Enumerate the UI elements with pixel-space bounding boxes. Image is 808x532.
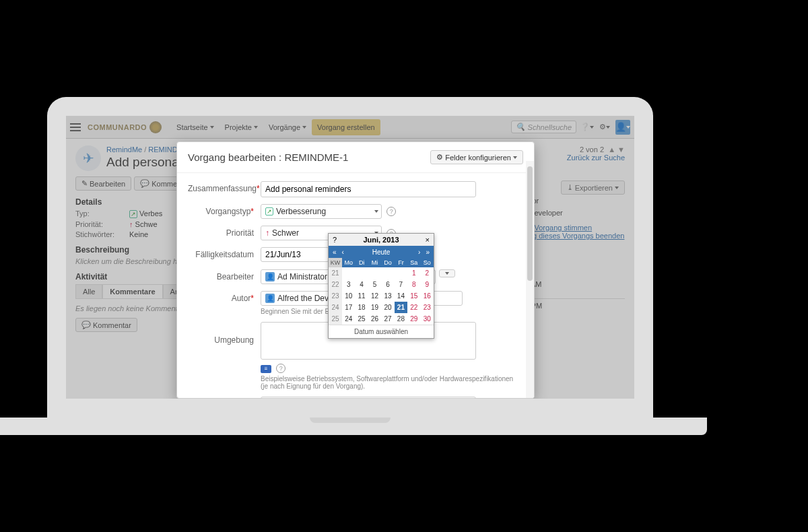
calendar-day[interactable]: 8 (407, 279, 420, 290)
calendar-day (355, 267, 368, 279)
calendar-week-row: 2417181920212223 (329, 302, 434, 313)
calendar-day[interactable]: 12 (368, 290, 381, 302)
scrollbar-thumb[interactable] (527, 166, 533, 281)
week-number: 25 (329, 313, 342, 325)
environment-help-text: Beispielsweise Betriebssystem, Softwarep… (261, 375, 516, 390)
calendar-day[interactable]: 18 (355, 302, 368, 313)
user-icon: 👤 (265, 272, 275, 281)
calendar-day[interactable]: 13 (381, 290, 394, 302)
calendar-week-row: 223456789 (329, 279, 434, 290)
calendar-day[interactable]: 16 (421, 290, 434, 302)
calendar-day (368, 267, 381, 279)
calendar-day[interactable]: 10 (342, 290, 355, 302)
dialog-scrollbar[interactable] (526, 161, 534, 398)
week-number: 24 (329, 302, 342, 313)
improvement-icon: ↗ (265, 207, 273, 215)
calendar-day[interactable]: 26 (368, 313, 381, 325)
calendar-week-row: 2112 (329, 267, 434, 279)
cal-next-month-icon[interactable]: › (417, 248, 422, 256)
calendar-day[interactable]: 17 (342, 302, 355, 313)
calendar-week-row: 2310111213141516 (329, 290, 434, 302)
calendar-title-row: ? Juni, 2013 × (329, 234, 434, 246)
today-button[interactable]: Heute (372, 248, 391, 256)
calendar-day[interactable]: 6 (381, 279, 394, 290)
wiki-markup-icon[interactable]: ≡ (261, 365, 271, 373)
calendar-day[interactable]: 24 (342, 313, 355, 325)
cal-next-year-icon[interactable]: » (424, 248, 431, 256)
calendar-day[interactable]: 2 (421, 267, 434, 279)
calendar-day[interactable]: 15 (407, 290, 420, 302)
calendar-day[interactable]: 7 (395, 279, 407, 290)
calendar-day[interactable]: 5 (368, 279, 381, 290)
calendar-day[interactable]: 21 (395, 302, 407, 313)
calendar-week-row: 2524252627282930 (329, 313, 434, 325)
calendar-day[interactable]: 3 (342, 279, 355, 290)
calendar-day[interactable]: 22 (407, 302, 420, 313)
date-picker: ? Juni, 2013 × «‹ Heute ›» KW MoDiMiDoFr… (328, 233, 434, 339)
calendar-day[interactable]: 4 (355, 279, 368, 290)
calendar-close-icon[interactable]: × (426, 236, 430, 244)
calendar-day[interactable]: 28 (395, 313, 407, 325)
calendar-nav-row: «‹ Heute ›» (329, 246, 434, 258)
calendar-dow-row: KW MoDiMiDoFrSaSo (329, 258, 434, 267)
calendar-day[interactable]: 19 (368, 302, 381, 313)
user-icon: 👤 (265, 294, 275, 303)
gear-icon: ⚙ (436, 153, 443, 162)
priority-icon: ↑ (265, 228, 269, 238)
calendar-day[interactable]: 9 (421, 279, 434, 290)
assignee-dropdown-button[interactable] (439, 269, 455, 277)
cal-prev-month-icon[interactable]: ‹ (341, 248, 345, 256)
week-number-header: KW (329, 258, 342, 267)
calendar-day (395, 267, 407, 279)
calendar-help-icon[interactable]: ? (333, 236, 337, 244)
calendar-day[interactable]: 29 (407, 313, 420, 325)
calendar-month-label: Juni, 2013 (363, 236, 399, 244)
summary-input[interactable] (261, 181, 476, 197)
calendar-day (381, 267, 394, 279)
issuetype-select[interactable]: ↗Verbesserung (261, 204, 382, 219)
calendar-day[interactable]: 14 (395, 290, 407, 302)
help-icon[interactable]: ? (276, 364, 285, 373)
calendar-day[interactable]: 23 (421, 302, 434, 313)
week-number: 22 (329, 279, 342, 290)
due-date-input[interactable] (261, 247, 329, 262)
calendar-day[interactable]: 20 (381, 302, 394, 313)
week-number: 21 (329, 267, 342, 279)
laptop-base (0, 418, 707, 435)
help-icon[interactable]: ? (386, 207, 396, 216)
laptop-notch (310, 418, 391, 423)
calendar-day[interactable]: 27 (381, 313, 394, 325)
calendar-day[interactable]: 11 (355, 290, 368, 302)
dialog-title: Vorgang bearbeiten : REMINDME-1 (188, 152, 348, 163)
calendar-footer: Datum auswählen (329, 325, 434, 338)
calendar-grid: 2112223456789231011121314151624171819202… (329, 267, 434, 325)
description-textarea[interactable] (261, 397, 476, 399)
configure-fields-button[interactable]: ⚙Felder konfigurieren (430, 150, 523, 164)
week-number: 23 (329, 290, 342, 302)
calendar-day[interactable]: 30 (421, 313, 434, 325)
calendar-day (342, 267, 355, 279)
cal-prev-year-icon[interactable]: « (331, 248, 338, 256)
calendar-day[interactable]: 25 (355, 313, 368, 325)
calendar-day[interactable]: 1 (407, 267, 420, 279)
